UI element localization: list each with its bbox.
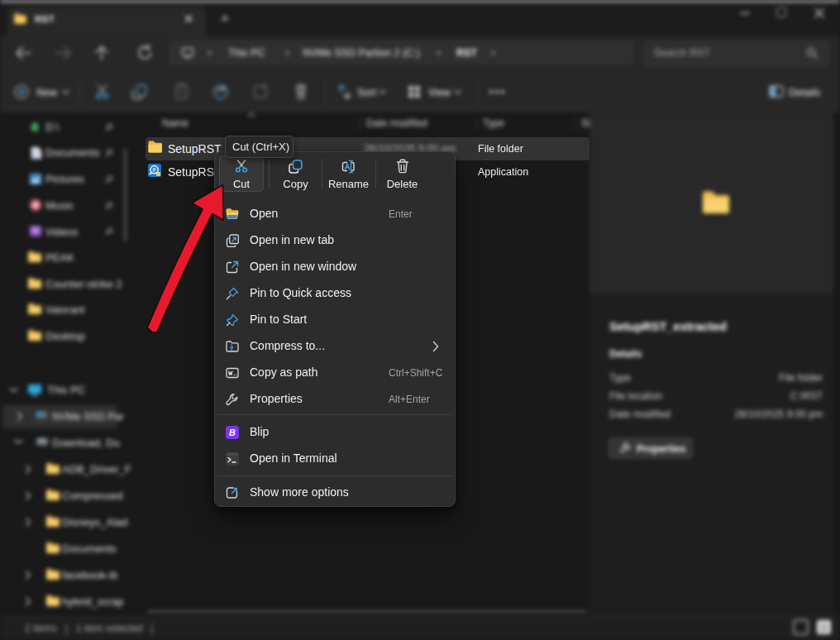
svg-text:B: B — [229, 427, 236, 437]
